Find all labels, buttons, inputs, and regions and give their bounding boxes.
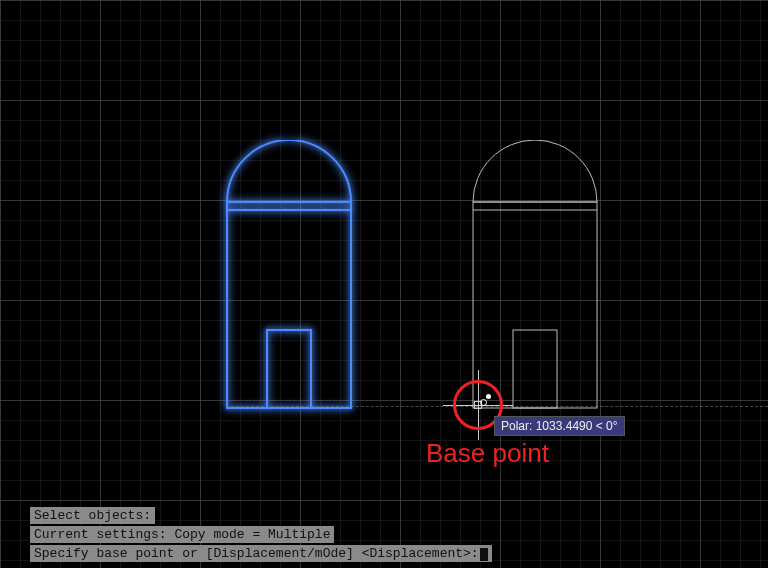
command-history-line: Current settings: Copy mode = Multiple [30, 526, 334, 543]
text-cursor [480, 548, 488, 561]
svg-rect-2 [227, 202, 351, 408]
command-prompt-line[interactable]: Specify base point or [Displacement/mOde… [30, 545, 492, 562]
annotation-label: Base point [426, 438, 549, 469]
polar-tooltip: Polar: 1033.4490 < 0° [494, 416, 625, 436]
command-prompt-text: Specify base point or [Displacement/mOde… [34, 546, 479, 561]
svg-rect-7 [513, 330, 557, 408]
svg-rect-3 [267, 330, 311, 408]
svg-rect-6 [473, 202, 597, 408]
selected-object[interactable] [226, 140, 352, 410]
grid-major [0, 0, 768, 568]
copy-preview-object [472, 140, 598, 410]
command-line-area[interactable]: Select objects: Current settings: Copy m… [30, 507, 492, 562]
drawing-canvas[interactable]: Base point Polar: 1033.4490 < 0° [0, 0, 768, 568]
command-history-line: Select objects: [30, 507, 155, 524]
